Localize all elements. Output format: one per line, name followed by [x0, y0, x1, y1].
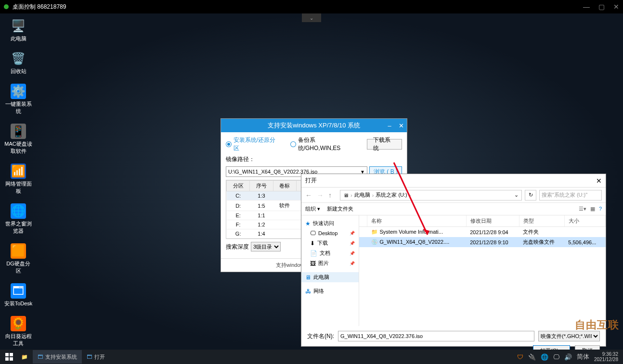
search-depth-label: 搜索深度 [226, 243, 249, 251]
file-dialog-titlebar[interactable]: 打开 ✕ [301, 174, 606, 188]
desktop-icon[interactable]: ⚙️一键重装系统 [4, 84, 33, 115]
file-row[interactable]: 📁System Volume Informati...2021/12/28 9:… [359, 227, 606, 238]
tray-ime[interactable]: 简体 [577, 352, 589, 361]
view-list-icon[interactable]: ☰▾ [579, 206, 586, 212]
taskbar-clock[interactable]: 9:36:32 2021/12/28 [594, 351, 618, 362]
sidebar-network[interactable]: 🖧 网络 [301, 286, 359, 296]
installer-minimize-icon[interactable]: – [384, 119, 395, 132]
desktop-icon[interactable]: 🖥️此电脑 [4, 18, 33, 42]
nav-forward-icon[interactable]: → [317, 191, 325, 199]
sidebar-quick-access[interactable]: ★ 快速访问 [301, 218, 359, 228]
search-input[interactable]: 搜索"系统之家 (U:)" [539, 190, 602, 201]
system-tray: 🛡 🔌 🌐 🖵 🔊 简体 9:36:32 2021/12/28 [517, 351, 621, 362]
image-path-label: 镜像路径： [226, 155, 402, 163]
file-list[interactable]: 名称修改日期类型大小 📁System Volume Informati...20… [359, 215, 606, 326]
window-controls: — ▢ ✕ [583, 3, 619, 11]
sidebar-item[interactable]: ⬇下载📌 [301, 238, 359, 248]
taskbar-app[interactable]: 🗔支持安装系统 [33, 350, 82, 364]
titlebar-label: 桌面控制 868218789 [13, 3, 66, 11]
installer-close-icon[interactable]: ✕ [395, 119, 407, 132]
chevron-down-icon[interactable]: ⌄ [514, 192, 519, 198]
minimize-icon[interactable]: — [583, 3, 590, 11]
radio-icon [290, 141, 296, 147]
svg-rect-3 [10, 353, 13, 356]
organize-menu[interactable]: 组织 ▾ [305, 205, 320, 213]
desktop-icon[interactable]: 🗑️回收站 [4, 51, 33, 75]
star-icon: ★ [305, 220, 311, 227]
sidebar-item[interactable]: 🖼图片📌 [301, 258, 359, 268]
desktop-icon[interactable]: 🟧DG硬盘分区 [4, 243, 33, 275]
desktop-icon[interactable]: 📱MAC硬盘读取软件 [4, 124, 33, 155]
file-open-dialog: 打开 ✕ ← → ↑ 🖥 › 此电脑 › 系统之家 (U:) › ⌄ ↻ 搜索"… [301, 174, 606, 347]
pc-icon: 🖥 [343, 192, 349, 198]
svg-rect-4 [5, 357, 9, 361]
pc-icon: 🖥 [305, 274, 311, 281]
file-dialog-close-icon[interactable]: ✕ [596, 177, 602, 185]
desktop-icon[interactable]: 🗔安装ToDesk [4, 283, 33, 307]
sidebar-item[interactable]: 🖵Desktop📌 [301, 228, 359, 238]
view-details-icon[interactable]: ▦ [590, 206, 595, 212]
start-button[interactable] [2, 350, 16, 364]
taskbar-explorer[interactable]: 📁 [16, 350, 33, 364]
maximize-icon[interactable]: ▢ [598, 3, 605, 11]
new-folder-button[interactable]: 新建文件夹 [327, 205, 353, 213]
desktop-icon[interactable]: 📶网络管理面板 [4, 163, 33, 195]
file-dialog-title: 打开 [305, 176, 317, 185]
status-dot [4, 4, 9, 9]
tray-monitor-icon[interactable]: 🖵 [553, 353, 559, 361]
desktop-icon[interactable]: 🌻向日葵远程工具 [4, 316, 33, 347]
filename-input[interactable] [338, 331, 534, 341]
file-type-filter[interactable]: 映像文件(*.GHO;*.WIM;*.ESD; [538, 331, 600, 341]
desktop-icon[interactable]: 🌐世界之窗浏览器 [4, 203, 33, 235]
close-icon[interactable]: ✕ [613, 3, 619, 11]
svg-rect-5 [10, 357, 13, 361]
desktop[interactable]: ⌄ 🖥️此电脑🗑️回收站⚙️一键重装系统📱MAC硬盘读取软件📶网络管理面板🌐世界… [0, 13, 623, 350]
installer-titlebar[interactable]: 支持安装windows XP/7/8/10 系统 – ✕ [221, 119, 407, 132]
tray-usb-icon[interactable]: 🔌 [528, 353, 536, 361]
help-icon[interactable]: ? [599, 206, 602, 212]
sidebar-item[interactable]: 📄文档📌 [301, 248, 359, 258]
download-system-button[interactable]: 下载系统 [367, 139, 402, 150]
file-row[interactable]: 💿G_WIN11_X64_Q8_V2022....2021/12/28 9:10… [359, 237, 606, 247]
top-chevron-tab[interactable]: ⌄ [302, 13, 321, 22]
nav-up-icon[interactable]: ↑ [328, 191, 337, 199]
desktop-icons: 🖥️此电脑🗑️回收站⚙️一键重装系统📱MAC硬盘读取软件📶网络管理面板🌐世界之窗… [4, 18, 33, 347]
tray-volume-icon[interactable]: 🔊 [564, 353, 572, 361]
tray-network-icon[interactable]: 🌐 [541, 353, 548, 361]
app-titlebar: 桌面控制 868218789 — ▢ ✕ [0, 0, 623, 13]
installer-title-text: 支持安装windows XP/7/8/10 系统 [268, 121, 360, 130]
radio-icon [226, 141, 232, 147]
radio-backup[interactable]: 备份系统/GHO,WIN,ES [290, 136, 357, 152]
network-icon: 🖧 [305, 288, 311, 295]
refresh-button[interactable]: ↻ [525, 190, 536, 201]
file-dialog-sidebar: ★ 快速访问 🖵Desktop📌⬇下载📌📄文档📌🖼图片📌 🖥 此电脑 🖧 网络 [301, 215, 359, 326]
breadcrumb[interactable]: 🖥 › 此电脑 › 系统之家 (U:) › ⌄ [340, 190, 522, 201]
nav-back-icon[interactable]: ← [305, 191, 314, 199]
tray-shield-icon[interactable]: 🛡 [517, 353, 523, 361]
watermark: 自由互联 [575, 318, 619, 332]
taskbar: 📁 🗔支持安装系统🗔打开 🛡 🔌 🌐 🖵 🔊 简体 9:36:32 2021/1… [0, 350, 623, 364]
taskbar-app[interactable]: 🗔打开 [82, 350, 110, 364]
search-depth-select[interactable]: 3级目录 [251, 242, 281, 251]
sidebar-this-pc[interactable]: 🖥 此电脑 [301, 272, 359, 282]
svg-rect-2 [5, 353, 9, 356]
radio-install-restore[interactable]: 安装系统/还原分区 [226, 136, 281, 152]
filename-label: 文件名(N): [307, 332, 334, 340]
